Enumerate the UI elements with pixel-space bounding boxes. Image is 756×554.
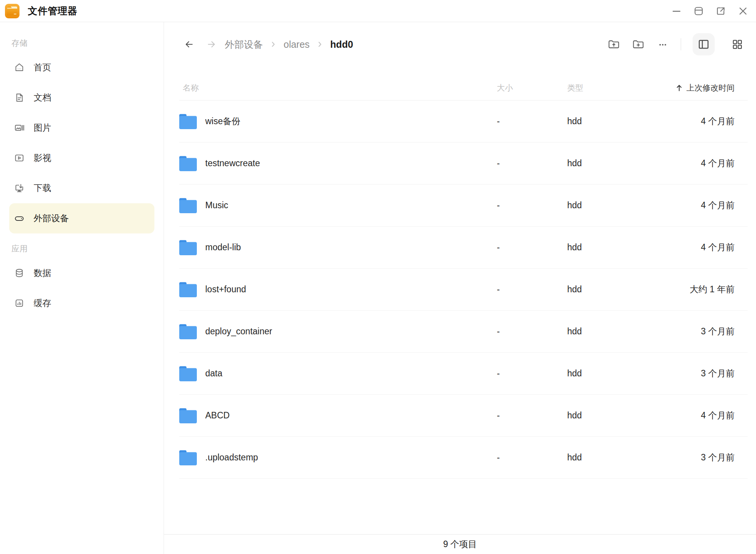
sidebar-item-label: 缓存	[34, 297, 51, 309]
sidebar-section-storage: 存储	[11, 38, 164, 49]
file-type: hdd	[567, 410, 638, 421]
header-type[interactable]: 类型	[567, 83, 638, 93]
toolbar-actions	[607, 33, 748, 55]
sidebar-item-home[interactable]: 首页	[0, 52, 164, 83]
main-panel: 外部设备 olares hdd0	[164, 22, 756, 554]
file-size: -	[497, 368, 567, 379]
folder-icon	[179, 324, 197, 339]
file-name: testnewcreate	[205, 158, 260, 168]
folder-icon	[179, 408, 197, 423]
sidebar: 存储 首页 文档	[0, 22, 164, 554]
close-icon[interactable]	[738, 6, 748, 16]
items-count: 9 个项目	[443, 538, 477, 550]
file-type: hdd	[567, 116, 638, 126]
header-size[interactable]: 大小	[497, 83, 567, 93]
file-modified: 4 个月前	[638, 157, 748, 169]
table-row[interactable]: ABCD - hdd 4 个月前	[179, 395, 748, 437]
table-row[interactable]: lost+found - hdd 大约 1 年前	[179, 269, 748, 311]
file-name: ABCD	[205, 410, 230, 421]
minimize-icon[interactable]	[672, 6, 681, 16]
database-icon	[14, 268, 24, 279]
folder-icon	[179, 366, 197, 381]
table-row[interactable]: model-lib - hdd 4 个月前	[179, 227, 748, 269]
file-modified: 3 个月前	[638, 452, 748, 463]
header-name[interactable]: 名称	[179, 83, 497, 93]
sidebar-section-apps: 应用	[11, 243, 164, 254]
table-header: 名称 大小 类型 上次修改时间	[179, 66, 748, 100]
maximize-restore-icon[interactable]	[694, 6, 704, 16]
file-modified: 4 个月前	[638, 115, 748, 127]
breadcrumb-item-hdd0: hdd0	[330, 39, 353, 50]
sidebar-item-external-devices[interactable]: 外部设备	[9, 203, 154, 233]
table-row[interactable]: Music - hdd 4 个月前	[179, 185, 748, 227]
file-size: -	[497, 242, 567, 253]
file-size: -	[497, 200, 567, 211]
file-type: hdd	[567, 200, 638, 211]
folder-upload-icon[interactable]	[607, 38, 620, 51]
breadcrumb-item-external-devices[interactable]: 外部设备	[225, 38, 263, 51]
file-name: lost+found	[205, 284, 246, 295]
forward-icon[interactable]	[206, 39, 217, 50]
folder-plus-icon[interactable]	[632, 38, 645, 51]
file-modified: 4 个月前	[638, 199, 748, 211]
table-row[interactable]: data - hdd 3 个月前	[179, 353, 748, 395]
file-size: -	[497, 452, 567, 463]
table-row[interactable]: .uploadstemp - hdd 3 个月前	[179, 437, 748, 479]
chevron-right-icon	[316, 40, 324, 49]
back-icon[interactable]	[184, 39, 195, 50]
sidebar-item-cache[interactable]: 缓存	[0, 288, 164, 318]
title-bar: 文件管理器	[0, 0, 756, 22]
video-icon	[14, 153, 24, 164]
folder-icon	[179, 156, 197, 171]
file-name: .uploadstemp	[205, 452, 258, 463]
open-in-new-icon[interactable]	[716, 6, 726, 16]
grid-view-icon[interactable]	[726, 33, 748, 55]
file-type: hdd	[567, 242, 638, 253]
file-size: -	[497, 284, 567, 295]
table-row[interactable]: deploy_container - hdd 3 个月前	[179, 311, 748, 353]
sidebar-item-videos[interactable]: 影视	[0, 143, 164, 173]
file-modified: 3 个月前	[638, 326, 748, 337]
chevron-right-icon	[269, 40, 277, 49]
sidebar-item-pictures[interactable]: 图片	[0, 113, 164, 143]
file-modified: 大约 1 年前	[638, 283, 748, 295]
sidebar-item-data[interactable]: 数据	[0, 258, 164, 288]
sidebar-item-label: 首页	[34, 62, 51, 73]
file-size: -	[497, 116, 567, 126]
status-bar: 9 个项目	[164, 534, 756, 554]
file-name: wise备份	[205, 115, 240, 127]
toolbar-divider	[681, 38, 681, 50]
folder-icon	[179, 198, 197, 213]
file-modified: 3 个月前	[638, 368, 748, 379]
breadcrumb-item-olares[interactable]: olares	[284, 39, 310, 50]
sort-arrow-up-icon	[675, 84, 683, 92]
sidebar-item-downloads[interactable]: 下载	[0, 173, 164, 203]
sidebar-item-documents[interactable]: 文档	[0, 83, 164, 113]
ellipsis-icon[interactable]	[656, 38, 669, 51]
file-size: -	[497, 326, 567, 337]
breadcrumb: 外部设备 olares hdd0	[225, 38, 353, 51]
sidebar-item-label: 数据	[34, 267, 51, 279]
breadcrumb-bar: 外部设备 olares hdd0	[164, 22, 756, 66]
list-panel-view-icon[interactable]	[693, 33, 715, 55]
folder-icon	[179, 240, 197, 255]
download-icon	[14, 183, 24, 194]
sidebar-item-label: 外部设备	[34, 212, 69, 224]
hdd-icon	[14, 213, 24, 224]
window-controls	[672, 6, 748, 16]
table-row[interactable]: testnewcreate - hdd 4 个月前	[179, 143, 748, 185]
image-icon	[14, 123, 24, 133]
file-type: hdd	[567, 326, 638, 337]
header-modified[interactable]: 上次修改时间	[638, 83, 748, 93]
header-modified-label: 上次修改时间	[686, 83, 735, 93]
home-icon	[14, 62, 24, 73]
sidebar-item-label: 文档	[34, 92, 51, 104]
file-size: -	[497, 158, 567, 168]
file-name: deploy_container	[205, 326, 272, 337]
file-type: hdd	[567, 452, 638, 463]
folder-icon	[179, 114, 197, 129]
sidebar-item-label: 图片	[34, 122, 51, 134]
document-icon	[14, 92, 24, 103]
table-row[interactable]: wise备份 - hdd 4 个月前	[179, 100, 748, 143]
file-table: 名称 大小 类型 上次修改时间 wise备份 - hdd 4 个月前 testn…	[179, 66, 748, 479]
